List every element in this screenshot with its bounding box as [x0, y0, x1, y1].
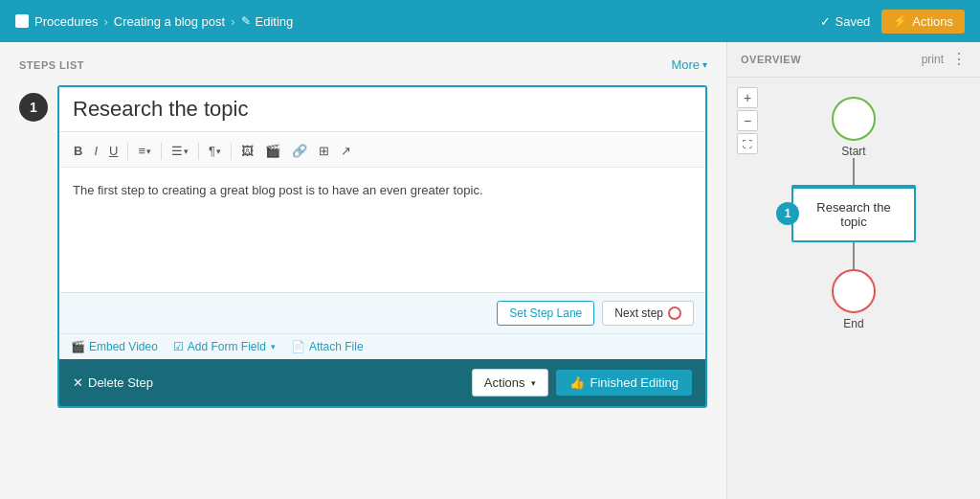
- step-number-bubble: 1: [19, 93, 48, 122]
- step-title-input[interactable]: Research the topic: [59, 87, 705, 132]
- next-step-label: Next step: [614, 306, 663, 320]
- step-bottom-actions: Set Step Lane Next step: [59, 292, 705, 333]
- form-field-chevron: ▾: [271, 342, 276, 352]
- actions-chevron-icon: ▾: [531, 378, 536, 388]
- breadcrumb-blog-post[interactable]: Creating a blog post: [114, 14, 225, 29]
- red-circle-icon: [668, 306, 681, 320]
- toolbar-sep3: [198, 143, 199, 160]
- arrow-start-to-step: [853, 158, 855, 185]
- step-editor: Research the topic B I U ≡▾ ☰▾ ¶▾ 🖼 🎬 🔗: [57, 85, 707, 408]
- step-flow-number: 1: [776, 202, 799, 225]
- header-right: ✓ Saved ⚡ Actions: [820, 10, 965, 34]
- start-node: Start: [832, 97, 876, 158]
- more-label: More: [671, 57, 700, 72]
- embed-video-button[interactable]: 🎬 Embed Video: [71, 340, 158, 353]
- actions-dropdown-label: Actions: [484, 375, 525, 390]
- toolbar-sep2: [161, 143, 162, 160]
- step-number: 1: [30, 100, 37, 115]
- step-container: 1 Research the topic B I U ≡▾ ☰▾ ¶▾: [19, 85, 707, 408]
- file-icon: 📄: [291, 340, 305, 353]
- add-form-field-button[interactable]: ☑ Add Form Field ▾: [173, 340, 276, 353]
- video-attach-icon: 🎬: [71, 340, 85, 353]
- arrow-step-to-end: [853, 242, 855, 269]
- breadcrumb: Procedures › Creating a blog post › ✎ Ed…: [15, 14, 293, 29]
- overview-actions: print ⋮: [922, 52, 967, 67]
- image-button[interactable]: 🖼: [236, 141, 258, 161]
- breadcrumb-sep1: ›: [103, 14, 107, 29]
- actions-label: Actions: [912, 14, 953, 29]
- chevron-down-icon: ▾: [702, 59, 707, 70]
- overview-menu-button[interactable]: ⋮: [951, 52, 967, 67]
- step-footer: ✕ Delete Step Actions ▾ 👍 Finished Editi…: [59, 359, 705, 406]
- app-header: Procedures › Creating a blog post › ✎ Ed…: [0, 0, 980, 42]
- bolt-icon: ⚡: [893, 14, 907, 28]
- flowchart: + − ⛶ Start 1 Research the topic: [727, 78, 980, 499]
- end-node: End: [832, 269, 876, 330]
- toolbar-sep1: [127, 143, 128, 160]
- left-panel: STEPS LIST More ▾ 1 Research the topic B…: [0, 42, 726, 499]
- fit-button[interactable]: ⛶: [737, 133, 758, 154]
- delete-step-button[interactable]: ✕ Delete Step: [73, 375, 153, 390]
- steps-list-header: STEPS LIST More ▾: [19, 57, 707, 72]
- delete-step-label: Delete Step: [88, 375, 153, 390]
- breadcrumb-procedures[interactable]: Procedures: [34, 14, 98, 29]
- zoom-controls: + − ⛶: [737, 87, 758, 154]
- zoom-out-button[interactable]: −: [737, 110, 758, 131]
- actions-dropdown-button[interactable]: Actions ▾: [472, 369, 548, 397]
- steps-list-title: STEPS LIST: [19, 59, 84, 71]
- paragraph-button[interactable]: ¶▾: [204, 141, 226, 161]
- link-button[interactable]: 🔗: [287, 141, 312, 161]
- video-button[interactable]: 🎬: [260, 141, 285, 161]
- editor-toolbar: B I U ≡▾ ☰▾ ¶▾ 🖼 🎬 🔗 ⊞ ↗: [59, 135, 705, 168]
- thumbs-up-icon: 👍: [569, 375, 585, 390]
- finished-editing-button[interactable]: 👍 Finished Editing: [556, 370, 693, 396]
- pencil-icon: ✎: [241, 14, 251, 28]
- embed-video-label: Embed Video: [89, 340, 158, 353]
- align-button[interactable]: ≡▾: [133, 141, 156, 161]
- print-button[interactable]: print: [922, 53, 944, 66]
- footer-right: Actions ▾ 👍 Finished Editing: [472, 369, 692, 397]
- next-step-button[interactable]: Next step: [602, 301, 694, 326]
- form-icon: ☑: [173, 340, 184, 353]
- list-button[interactable]: ☰▾: [167, 141, 193, 161]
- step-content[interactable]: The first step to creating a great blog …: [59, 168, 705, 292]
- breadcrumb-sep2: ›: [231, 14, 234, 29]
- app-icon: [15, 14, 29, 28]
- end-label: End: [843, 317, 863, 330]
- saved-label-text: Saved: [835, 14, 870, 29]
- main-container: STEPS LIST More ▾ 1 Research the topic B…: [0, 42, 980, 499]
- step-content-text: The first step to creating a great blog …: [73, 183, 483, 197]
- check-icon: ✓: [820, 14, 831, 29]
- step-flow-node: 1 Research the topic: [791, 185, 916, 242]
- more-button[interactable]: More ▾: [671, 57, 707, 72]
- overview-title: OVERVIEW: [741, 54, 801, 65]
- italic-button[interactable]: I: [89, 141, 102, 161]
- add-form-field-label: Add Form Field: [188, 340, 266, 353]
- attach-file-label: Attach File: [309, 340, 364, 353]
- step-flow-card: Research the topic: [791, 185, 916, 242]
- underline-button[interactable]: U: [104, 141, 122, 161]
- saved-status: ✓ Saved: [820, 14, 870, 29]
- start-circle: [832, 97, 876, 141]
- step-flow-box[interactable]: 1 Research the topic: [791, 185, 916, 242]
- set-step-lane-button[interactable]: Set Step Lane: [497, 301, 594, 326]
- finished-editing-label: Finished Editing: [590, 375, 679, 390]
- end-circle: [832, 269, 876, 313]
- delete-icon: ✕: [73, 375, 83, 390]
- attach-file-button[interactable]: 📄 Attach File: [291, 340, 364, 353]
- start-label: Start: [841, 145, 865, 158]
- zoom-in-button[interactable]: +: [737, 87, 758, 108]
- toolbar-sep4: [231, 143, 232, 160]
- overview-header: OVERVIEW print ⋮: [727, 42, 980, 78]
- bold-button[interactable]: B: [69, 141, 87, 161]
- editing-state: ✎ Editing: [241, 14, 294, 29]
- external-link-button[interactable]: ↗: [336, 141, 356, 161]
- right-panel: OVERVIEW print ⋮ + − ⛶ Start: [726, 42, 980, 499]
- header-actions-button[interactable]: ⚡ Actions: [881, 10, 965, 34]
- step-attachments: 🎬 Embed Video ☑ Add Form Field ▾ 📄 Attac…: [59, 333, 705, 359]
- editing-label: Editing: [256, 14, 294, 29]
- table-button[interactable]: ⊞: [314, 141, 334, 161]
